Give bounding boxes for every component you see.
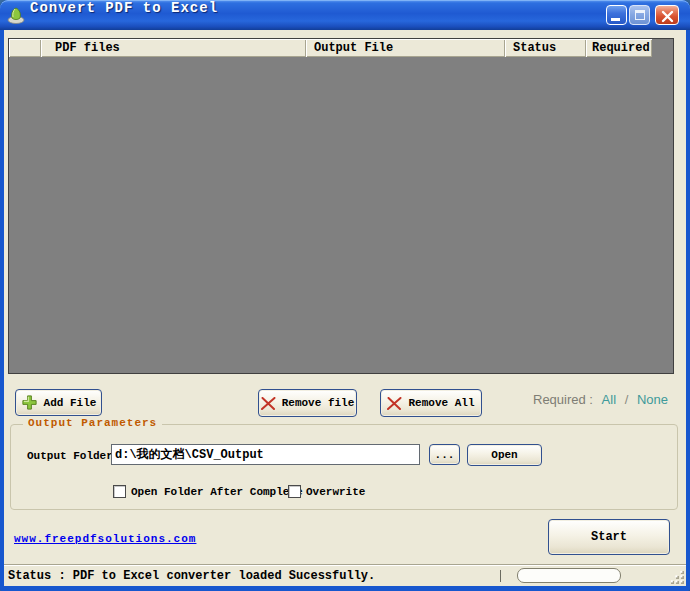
browse-button[interactable]: ... — [429, 444, 460, 465]
remove-file-button[interactable]: Remove file — [258, 389, 357, 417]
start-button[interactable]: Start — [548, 519, 670, 555]
status-text: Status : PDF to Excel converter loaded S… — [8, 569, 375, 583]
status-divider — [500, 570, 501, 582]
resize-grip-icon[interactable] — [671, 571, 685, 585]
maximize-icon — [635, 10, 645, 20]
pdf-file-list[interactable]: PDF files Output File Status Required — [8, 38, 674, 374]
status-bar: Status : PDF to Excel converter loaded S… — [4, 564, 686, 586]
list-body-empty[interactable] — [9, 57, 673, 373]
overwrite-label: Overwrite — [306, 486, 365, 498]
minimize-button[interactable] — [606, 5, 627, 25]
close-icon — [661, 10, 674, 23]
column-header-status[interactable]: Status — [505, 39, 586, 57]
list-header: PDF files Output File Status Required — [9, 39, 673, 57]
progress-bar — [517, 568, 621, 583]
open-folder-after-complete-label: Open Folder After Complete — [131, 486, 303, 498]
required-all-link[interactable]: All — [602, 392, 616, 407]
start-label: Start — [591, 530, 627, 544]
website-link[interactable]: www.freepdfsolutions.com — [14, 533, 196, 545]
column-header-blank[interactable] — [9, 39, 41, 57]
window-title: Convert PDF to Excel — [30, 0, 218, 16]
remove-file-label: Remove file — [282, 397, 355, 409]
column-header-output-file[interactable]: Output File — [306, 39, 505, 57]
browse-label: ... — [435, 449, 455, 461]
output-folder-label: Output Folder — [27, 450, 113, 462]
overwrite-checkbox[interactable] — [288, 485, 301, 498]
remove-all-button[interactable]: Remove All — [380, 389, 482, 417]
add-icon — [21, 394, 38, 411]
close-button[interactable] — [655, 5, 679, 25]
required-label: Required : — [533, 392, 593, 407]
open-folder-after-complete-checkbox[interactable] — [113, 485, 126, 498]
required-selector: Required : All / None — [533, 392, 673, 407]
add-file-button[interactable]: Add File — [15, 389, 102, 416]
minimize-icon — [611, 18, 620, 21]
add-file-label: Add File — [44, 397, 97, 409]
app-icon — [6, 5, 26, 25]
remove-file-icon — [261, 397, 276, 410]
maximize-button[interactable] — [629, 5, 650, 25]
open-folder-button[interactable]: Open — [467, 444, 542, 466]
column-header-required[interactable]: Required — [586, 39, 652, 57]
open-label: Open — [491, 449, 517, 461]
group-title: Output Parameters — [23, 417, 162, 429]
output-parameters-group: Output Parameters Output Folder ... Open… — [10, 424, 678, 510]
column-header-pdf-files[interactable]: PDF files — [41, 39, 306, 57]
remove-all-icon — [387, 397, 402, 410]
required-none-link[interactable]: None — [637, 392, 668, 407]
remove-all-label: Remove All — [408, 397, 474, 409]
titlebar[interactable]: Convert PDF to Excel — [0, 0, 690, 30]
app-window: Convert PDF to Excel PDF files Output Fi… — [0, 0, 690, 591]
client-area: PDF files Output File Status Required Ad… — [4, 30, 686, 586]
required-separator: / — [625, 392, 629, 407]
output-folder-input[interactable] — [111, 444, 420, 465]
